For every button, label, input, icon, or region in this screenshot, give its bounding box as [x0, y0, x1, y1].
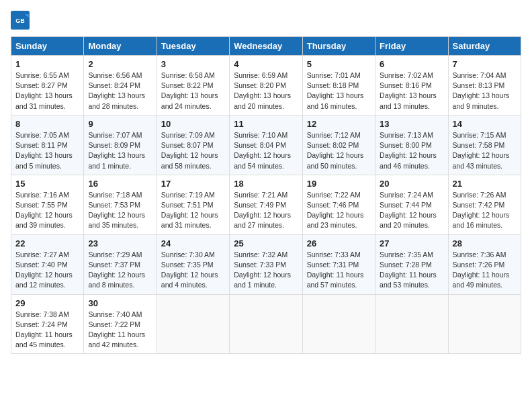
- day-detail: Sunrise: 7:18 AMSunset: 7:53 PMDaylight:…: [88, 191, 145, 230]
- day-detail: Sunrise: 7:07 AMSunset: 8:09 PMDaylight:…: [88, 131, 145, 170]
- day-detail: Sunrise: 7:05 AMSunset: 8:11 PMDaylight:…: [15, 131, 73, 170]
- day-number: 10: [161, 119, 225, 129]
- weekday-header-thursday: Thursday: [302, 37, 375, 56]
- day-number: 25: [234, 238, 298, 248]
- calendar-cell: 23 Sunrise: 7:29 AMSunset: 7:37 PMDaylig…: [84, 234, 157, 294]
- calendar-cell: [302, 294, 375, 354]
- day-number: 4: [234, 59, 298, 69]
- calendar-cell: 19 Sunrise: 7:22 AMSunset: 7:46 PMDaylig…: [302, 175, 375, 234]
- calendar-cell: 27 Sunrise: 7:35 AMSunset: 7:28 PMDaylig…: [375, 234, 448, 294]
- calendar-cell: 29 Sunrise: 7:38 AMSunset: 7:24 PMDaylig…: [11, 294, 84, 354]
- calendar-week-row: 29 Sunrise: 7:38 AMSunset: 7:24 PMDaylig…: [11, 294, 521, 354]
- calendar-week-row: 22 Sunrise: 7:27 AMSunset: 7:40 PMDaylig…: [11, 234, 521, 294]
- logo: GB: [11, 11, 32, 30]
- logo-icon: GB: [11, 11, 30, 30]
- svg-text:GB: GB: [15, 17, 25, 24]
- calendar-cell: 16 Sunrise: 7:18 AMSunset: 7:53 PMDaylig…: [84, 175, 157, 234]
- weekday-header-saturday: Saturday: [448, 37, 521, 56]
- day-detail: Sunrise: 6:55 AMSunset: 8:27 PMDaylight:…: [15, 71, 73, 110]
- day-detail: Sunrise: 7:04 AMSunset: 8:13 PMDaylight:…: [453, 71, 510, 110]
- calendar-header: GB: [11, 11, 521, 30]
- day-number: 7: [453, 59, 517, 69]
- calendar-cell: 20 Sunrise: 7:24 AMSunset: 7:44 PMDaylig…: [375, 175, 448, 234]
- weekday-header-tuesday: Tuesday: [157, 37, 229, 56]
- calendar-cell: 5 Sunrise: 7:01 AMSunset: 8:18 PMDayligh…: [302, 56, 375, 116]
- day-detail: Sunrise: 7:02 AMSunset: 8:16 PMDaylight:…: [380, 71, 437, 110]
- day-number: 12: [307, 119, 371, 129]
- day-number: 17: [161, 179, 225, 189]
- day-detail: Sunrise: 7:10 AMSunset: 8:04 PMDaylight:…: [234, 131, 291, 170]
- day-detail: Sunrise: 7:27 AMSunset: 7:40 PMDaylight:…: [15, 250, 73, 289]
- day-detail: Sunrise: 7:36 AMSunset: 7:26 PMDaylight:…: [453, 250, 510, 289]
- calendar-week-row: 8 Sunrise: 7:05 AMSunset: 8:11 PMDayligh…: [11, 115, 521, 175]
- day-number: 29: [15, 298, 79, 308]
- day-detail: Sunrise: 7:19 AMSunset: 7:51 PMDaylight:…: [161, 191, 218, 230]
- day-detail: Sunrise: 7:24 AMSunset: 7:44 PMDaylight:…: [380, 191, 437, 230]
- calendar-cell: 9 Sunrise: 7:07 AMSunset: 8:09 PMDayligh…: [84, 115, 157, 175]
- day-number: 3: [161, 59, 225, 69]
- weekday-header-wednesday: Wednesday: [230, 37, 302, 56]
- calendar-cell: 15 Sunrise: 7:16 AMSunset: 7:55 PMDaylig…: [11, 175, 84, 234]
- day-detail: Sunrise: 7:38 AMSunset: 7:24 PMDaylight:…: [15, 310, 73, 349]
- calendar-cell: 12 Sunrise: 7:12 AMSunset: 8:02 PMDaylig…: [302, 115, 375, 175]
- day-detail: Sunrise: 7:01 AMSunset: 8:18 PMDaylight:…: [307, 71, 364, 110]
- day-number: 9: [88, 119, 152, 129]
- day-number: 18: [234, 179, 298, 189]
- calendar-cell: 3 Sunrise: 6:58 AMSunset: 8:22 PMDayligh…: [157, 56, 229, 116]
- day-detail: Sunrise: 7:30 AMSunset: 7:35 PMDaylight:…: [161, 250, 218, 289]
- day-number: 21: [453, 179, 517, 189]
- calendar-cell: 26 Sunrise: 7:33 AMSunset: 7:31 PMDaylig…: [302, 234, 375, 294]
- day-number: 2: [88, 59, 152, 69]
- day-detail: Sunrise: 7:16 AMSunset: 7:55 PMDaylight:…: [15, 191, 73, 230]
- calendar-cell: 11 Sunrise: 7:10 AMSunset: 8:04 PMDaylig…: [230, 115, 302, 175]
- day-number: 19: [307, 179, 371, 189]
- calendar-cell: 8 Sunrise: 7:05 AMSunset: 8:11 PMDayligh…: [11, 115, 84, 175]
- day-number: 24: [161, 238, 225, 248]
- calendar-cell: [157, 294, 229, 354]
- day-number: 13: [380, 119, 443, 129]
- day-detail: Sunrise: 7:35 AMSunset: 7:28 PMDaylight:…: [380, 250, 437, 289]
- day-detail: Sunrise: 6:58 AMSunset: 8:22 PMDaylight:…: [161, 71, 218, 110]
- day-number: 20: [380, 179, 443, 189]
- calendar-cell: 14 Sunrise: 7:15 AMSunset: 7:58 PMDaylig…: [448, 115, 521, 175]
- day-detail: Sunrise: 7:22 AMSunset: 7:46 PMDaylight:…: [307, 191, 364, 230]
- day-detail: Sunrise: 6:59 AMSunset: 8:20 PMDaylight:…: [234, 71, 291, 110]
- calendar-cell: 2 Sunrise: 6:56 AMSunset: 8:24 PMDayligh…: [84, 56, 157, 116]
- calendar-cell: 7 Sunrise: 7:04 AMSunset: 8:13 PMDayligh…: [448, 56, 521, 116]
- weekday-header-sunday: Sunday: [11, 37, 84, 56]
- calendar-cell: [375, 294, 448, 354]
- weekday-header-row: SundayMondayTuesdayWednesdayThursdayFrid…: [11, 37, 521, 56]
- calendar-cell: 25 Sunrise: 7:32 AMSunset: 7:33 PMDaylig…: [230, 234, 302, 294]
- calendar-cell: 22 Sunrise: 7:27 AMSunset: 7:40 PMDaylig…: [11, 234, 84, 294]
- weekday-header-monday: Monday: [84, 37, 157, 56]
- day-number: 27: [380, 238, 443, 248]
- calendar-week-row: 1 Sunrise: 6:55 AMSunset: 8:27 PMDayligh…: [11, 56, 521, 116]
- day-number: 14: [453, 119, 517, 129]
- calendar-cell: 28 Sunrise: 7:36 AMSunset: 7:26 PMDaylig…: [448, 234, 521, 294]
- day-number: 15: [15, 179, 79, 189]
- day-detail: Sunrise: 6:56 AMSunset: 8:24 PMDaylight:…: [88, 71, 145, 110]
- day-detail: Sunrise: 7:33 AMSunset: 7:31 PMDaylight:…: [307, 250, 364, 289]
- day-detail: Sunrise: 7:26 AMSunset: 7:42 PMDaylight:…: [453, 191, 510, 230]
- day-number: 26: [307, 238, 371, 248]
- day-number: 28: [453, 238, 517, 248]
- day-detail: Sunrise: 7:29 AMSunset: 7:37 PMDaylight:…: [88, 250, 145, 289]
- calendar-cell: [448, 294, 521, 354]
- calendar-cell: 21 Sunrise: 7:26 AMSunset: 7:42 PMDaylig…: [448, 175, 521, 234]
- day-number: 1: [15, 59, 79, 69]
- day-number: 16: [88, 179, 152, 189]
- calendar-week-row: 15 Sunrise: 7:16 AMSunset: 7:55 PMDaylig…: [11, 175, 521, 234]
- day-number: 30: [88, 298, 152, 308]
- day-number: 23: [88, 238, 152, 248]
- day-number: 6: [380, 59, 443, 69]
- day-number: 11: [234, 119, 298, 129]
- calendar-cell: 30 Sunrise: 7:40 AMSunset: 7:22 PMDaylig…: [84, 294, 157, 354]
- day-number: 5: [307, 59, 371, 69]
- calendar-cell: [230, 294, 302, 354]
- day-detail: Sunrise: 7:40 AMSunset: 7:22 PMDaylight:…: [88, 310, 145, 349]
- day-detail: Sunrise: 7:32 AMSunset: 7:33 PMDaylight:…: [234, 250, 291, 289]
- calendar-cell: 24 Sunrise: 7:30 AMSunset: 7:35 PMDaylig…: [157, 234, 229, 294]
- day-detail: Sunrise: 7:15 AMSunset: 7:58 PMDaylight:…: [453, 131, 510, 170]
- calendar-cell: 6 Sunrise: 7:02 AMSunset: 8:16 PMDayligh…: [375, 56, 448, 116]
- calendar-cell: 17 Sunrise: 7:19 AMSunset: 7:51 PMDaylig…: [157, 175, 229, 234]
